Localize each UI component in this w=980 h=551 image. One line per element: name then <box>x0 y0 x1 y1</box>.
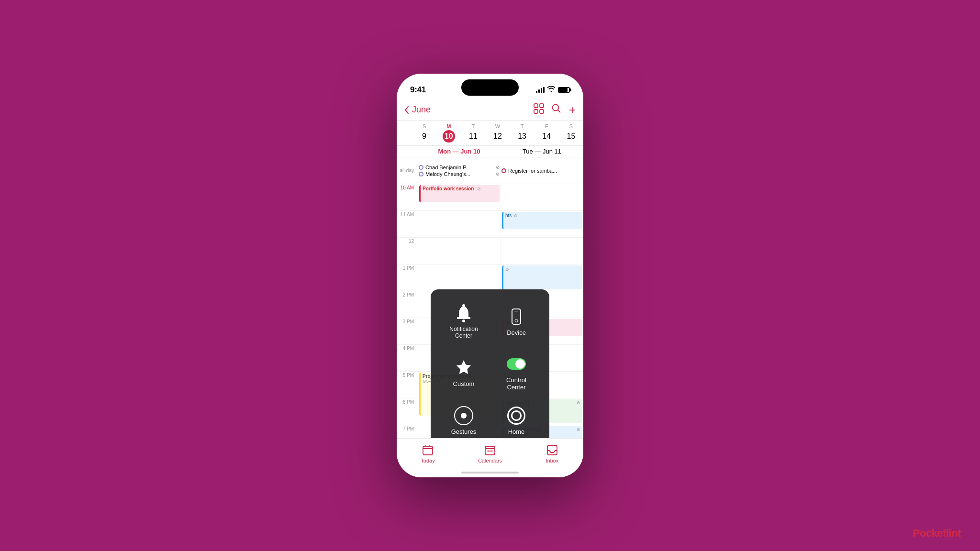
all-day-label: all-day <box>397 168 418 173</box>
device-label: Device <box>507 329 526 336</box>
all-day-event-melody[interactable]: Melody Cheung's... ⊘ <box>419 171 500 177</box>
today-icon <box>421 443 434 457</box>
popup-custom[interactable]: Custom <box>438 348 489 397</box>
action-popup: NotificationCenter Device <box>431 289 549 438</box>
today-tab-label: Today <box>421 458 434 463</box>
svg-point-12 <box>490 451 491 452</box>
tab-calendars[interactable]: Calendars <box>459 443 521 463</box>
week-day-sat: S 15 <box>559 122 583 143</box>
svg-rect-0 <box>534 104 538 108</box>
svg-point-13 <box>491 451 493 452</box>
inbox-icon <box>546 443 559 457</box>
week-day-wed: W 12 <box>485 122 510 143</box>
phone-frame: 9:41 <box>397 74 583 477</box>
week-day-fri: F 14 <box>535 122 559 143</box>
all-day-event-register-text: Register for samba... <box>508 168 557 174</box>
all-day-events-tue: Register for samba... <box>501 165 583 176</box>
calendars-tab-label: Calendars <box>478 458 502 463</box>
day-columns-header: Mon — Jun 10 Tue — Jun 11 <box>397 146 583 157</box>
bell-icon <box>454 304 473 323</box>
svg-rect-8 <box>425 445 426 447</box>
week-day-mon: M 10 <box>436 122 461 143</box>
nav-back-button[interactable]: June <box>404 105 431 115</box>
dynamic-island <box>461 79 519 96</box>
inbox-tab-label: Inbox <box>546 458 559 463</box>
calendar-nav: June <box>397 99 583 121</box>
popup-overlay[interactable]: NotificationCenter Device <box>397 184 583 438</box>
popup-gestures[interactable]: Gestures <box>438 399 489 438</box>
svg-rect-3 <box>540 110 544 113</box>
all-day-event-register[interactable]: Register for samba... <box>501 167 582 174</box>
watermark-text: Pocketlint <box>913 527 961 539</box>
svg-rect-2 <box>534 110 538 113</box>
tab-inbox[interactable]: Inbox <box>521 443 583 463</box>
toggle-icon <box>507 354 526 374</box>
gestures-label: Gestures <box>451 428 477 435</box>
week-day-sun: S 9 <box>412 122 436 143</box>
device-phone-icon <box>507 307 526 326</box>
control-center-label: ControlCenter <box>506 376 526 391</box>
tab-today[interactable]: Today <box>397 443 459 463</box>
watermark: Pocketlint <box>913 527 961 540</box>
nav-actions: + <box>534 103 576 116</box>
home-label: Home <box>508 428 525 435</box>
status-time: 9:41 <box>410 85 426 95</box>
week-day-thu: T 13 <box>510 122 535 143</box>
home-indicator <box>461 472 519 474</box>
battery-icon <box>558 87 570 93</box>
home-button-icon <box>507 406 526 425</box>
week-header: S 9 M 10 T 11 W 12 <box>397 121 583 146</box>
status-icons <box>536 86 570 94</box>
signal-icon <box>536 87 545 93</box>
nav-back-label: June <box>412 105 431 115</box>
svg-rect-9 <box>429 445 430 447</box>
popup-device[interactable]: Device <box>491 297 542 346</box>
day-col-mon: Mon — Jun 10 <box>418 148 501 155</box>
gestures-icon <box>454 406 473 425</box>
calendar-app: June <box>397 99 583 477</box>
svg-rect-1 <box>540 104 544 108</box>
week-day-tue: T 11 <box>461 122 485 143</box>
custom-label: Custom <box>453 380 475 387</box>
svg-point-11 <box>488 451 489 452</box>
wifi-icon <box>547 86 555 94</box>
svg-rect-14 <box>547 445 557 455</box>
phone-body: 9:41 <box>397 74 583 477</box>
popup-notification-center[interactable]: NotificationCenter <box>438 297 489 346</box>
svg-point-5 <box>462 320 465 322</box>
time-grid: 10 AM Portfolio work session ⊘ 11 AM <box>397 184 583 438</box>
all-day-event-chad-text: Chad Benjamin P... <box>425 165 470 170</box>
all-day-event-melody-text: Melody Cheung's... <box>425 171 470 177</box>
day-col-tue: Tue — Jun 11 <box>501 148 583 155</box>
add-event-icon[interactable]: + <box>569 104 576 116</box>
svg-rect-6 <box>462 304 465 307</box>
notification-center-label: NotificationCenter <box>449 326 478 339</box>
calendars-icon <box>483 443 497 457</box>
svg-rect-7 <box>423 446 433 455</box>
popup-home[interactable]: Home <box>491 399 542 438</box>
all-day-event-chad[interactable]: Chad Benjamin P... ⊘ <box>419 164 500 171</box>
popup-control-center[interactable]: ControlCenter <box>491 348 542 397</box>
all-day-events-mon: Chad Benjamin P... ⊘ Melody Cheung's... … <box>418 162 501 179</box>
grid-view-icon[interactable] <box>534 103 544 116</box>
all-day-section: all-day Chad Benjamin P... ⊘ Melody Cheu… <box>397 157 583 184</box>
star-icon <box>454 358 473 377</box>
status-bar: 9:41 <box>397 74 583 99</box>
search-icon[interactable] <box>552 104 561 116</box>
